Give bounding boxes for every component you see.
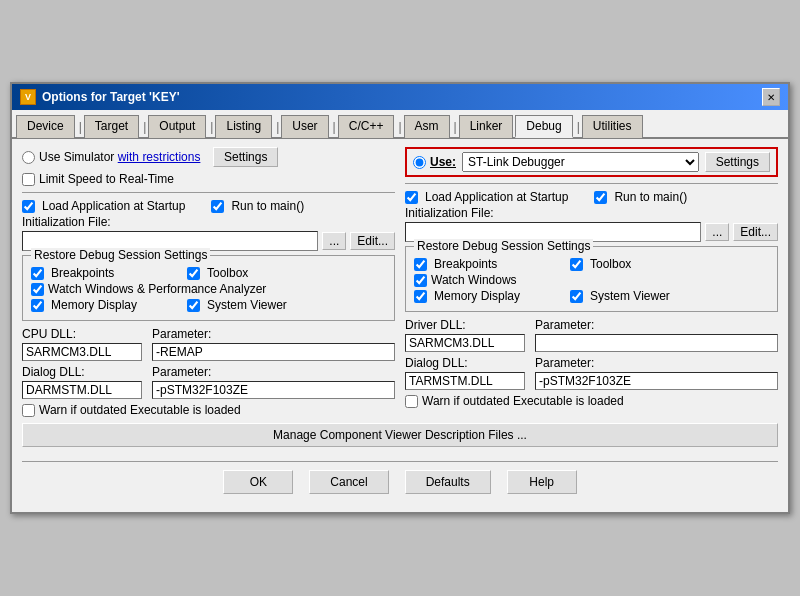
tab-asm[interactable]: Asm	[404, 115, 450, 138]
left-dialog-dll-input[interactable]	[22, 381, 142, 399]
left-system-viewer-checkbox[interactable]	[187, 299, 200, 312]
right-restore-row2: Watch Windows	[414, 273, 769, 287]
with-restrictions-link[interactable]: with restrictions	[118, 150, 201, 164]
left-dll-section: CPU DLL: Parameter: Dialog DLL: Paramete…	[22, 327, 395, 399]
right-driver-dll-input[interactable]	[405, 334, 525, 352]
left-restore-row2: Watch Windows & Performance Analyzer	[31, 282, 386, 296]
tab-utilities[interactable]: Utilities	[582, 115, 643, 138]
right-system-viewer-checkbox[interactable]	[570, 290, 583, 303]
left-load-app-checkbox[interactable]	[22, 200, 35, 213]
right-driver-param-input[interactable]	[535, 334, 778, 352]
left-dialog-param-input[interactable]	[152, 381, 395, 399]
left-load-app-row: Load Application at Startup Run to main(…	[22, 199, 395, 213]
right-watch-checkbox[interactable]	[414, 274, 427, 287]
left-edit-button[interactable]: Edit...	[350, 232, 395, 250]
use-debugger-radio[interactable]	[413, 156, 426, 169]
right-dll-section: Driver DLL: Parameter: Dialog DLL: Param…	[405, 318, 778, 390]
tab-content: Use Simulator with restrictions Settings…	[12, 139, 788, 512]
main-columns: Use Simulator with restrictions Settings…	[22, 147, 778, 419]
tab-debug[interactable]: Debug	[515, 115, 572, 138]
left-cpu-dll-label: CPU DLL:	[22, 327, 142, 341]
right-memory-display-checkbox[interactable]	[414, 290, 427, 303]
right-init-file-section: Initialization File: ... Edit...	[405, 206, 778, 242]
app-icon: V	[20, 89, 36, 105]
right-dialog-param-input[interactable]	[535, 372, 778, 390]
right-warn-row: Warn if outdated Executable is loaded	[405, 394, 778, 408]
left-warn-label: Warn if outdated Executable is loaded	[39, 403, 241, 417]
use-simulator-row: Use Simulator with restrictions Settings	[22, 147, 395, 167]
left-restore-group: Restore Debug Session Settings Breakpoin…	[22, 255, 395, 321]
use-simulator-label: Use Simulator	[39, 150, 114, 164]
left-dot-button[interactable]: ...	[322, 232, 346, 250]
right-restore-group: Restore Debug Session Settings Breakpoin…	[405, 246, 778, 312]
left-restore-row3: Memory Display System Viewer	[31, 298, 386, 312]
right-warn-checkbox[interactable]	[405, 395, 418, 408]
tab-device[interactable]: Device	[16, 115, 75, 138]
left-dialog-dll-label: Dialog DLL:	[22, 365, 142, 379]
right-warn-label: Warn if outdated Executable is loaded	[422, 394, 624, 408]
right-breakpoints-checkbox[interactable]	[414, 258, 427, 271]
main-window: V Options for Target 'KEY' ✕ Device | Ta…	[10, 82, 790, 514]
right-settings-button[interactable]: Settings	[705, 152, 770, 172]
use-label: Use:	[430, 155, 456, 169]
right-toolbox-checkbox[interactable]	[570, 258, 583, 271]
left-column: Use Simulator with restrictions Settings…	[22, 147, 395, 419]
right-dot-button[interactable]: ...	[705, 223, 729, 241]
right-restore-group-title: Restore Debug Session Settings	[414, 239, 593, 253]
left-memory-display-checkbox[interactable]	[31, 299, 44, 312]
right-driver-dll-label: Driver DLL:	[405, 318, 525, 332]
right-init-file-label: Initialization File:	[405, 206, 778, 220]
limit-speed-row: Limit Speed to Real-Time	[22, 172, 395, 186]
limit-speed-checkbox[interactable]	[22, 173, 35, 186]
right-restore-row1: Breakpoints Toolbox	[414, 257, 769, 271]
right-column: Use: ST-Link Debugger Settings Load Appl…	[405, 147, 778, 419]
tab-linker[interactable]: Linker	[459, 115, 514, 138]
title-bar-left: V Options for Target 'KEY'	[20, 89, 180, 105]
left-dialog-param-label: Parameter:	[152, 365, 211, 379]
left-cpu-dll-input[interactable]	[22, 343, 142, 361]
left-watch-perf-checkbox[interactable]	[31, 283, 44, 296]
left-init-file-section: Initialization File: ... Edit...	[22, 215, 395, 251]
right-run-to-main-checkbox[interactable]	[594, 191, 607, 204]
help-button[interactable]: Help	[507, 470, 577, 494]
left-toolbox-checkbox[interactable]	[187, 267, 200, 280]
right-load-app-checkbox[interactable]	[405, 191, 418, 204]
right-driver-param-label: Parameter:	[535, 318, 594, 332]
left-init-file-label: Initialization File:	[22, 215, 395, 229]
right-load-app-row: Load Application at Startup Run to main(…	[405, 190, 778, 204]
use-simulator-radio[interactable]	[22, 151, 35, 164]
tab-bar: Device | Target | Output | Listing | Use…	[12, 110, 788, 139]
left-run-to-main-checkbox[interactable]	[211, 200, 224, 213]
tab-user[interactable]: User	[281, 115, 328, 138]
tab-output[interactable]: Output	[148, 115, 206, 138]
left-settings-button[interactable]: Settings	[213, 147, 278, 167]
tab-target[interactable]: Target	[84, 115, 139, 138]
tab-listing[interactable]: Listing	[215, 115, 272, 138]
window-title: Options for Target 'KEY'	[42, 90, 180, 104]
cancel-button[interactable]: Cancel	[309, 470, 388, 494]
debugger-select[interactable]: ST-Link Debugger	[462, 152, 699, 172]
left-warn-row: Warn if outdated Executable is loaded	[22, 403, 395, 417]
title-bar: V Options for Target 'KEY' ✕	[12, 84, 788, 110]
left-restore-group-title: Restore Debug Session Settings	[31, 248, 210, 262]
ok-button[interactable]: OK	[223, 470, 293, 494]
bottom-buttons: OK Cancel Defaults Help	[22, 461, 778, 504]
right-dialog-dll-input[interactable]	[405, 372, 525, 390]
tab-cpp[interactable]: C/C++	[338, 115, 395, 138]
left-warn-checkbox[interactable]	[22, 404, 35, 417]
close-button[interactable]: ✕	[762, 88, 780, 106]
left-breakpoints-checkbox[interactable]	[31, 267, 44, 280]
right-edit-button[interactable]: Edit...	[733, 223, 778, 241]
right-restore-row3: Memory Display System Viewer	[414, 289, 769, 303]
left-cpu-param-input[interactable]	[152, 343, 395, 361]
left-cpu-param-label: Parameter:	[152, 327, 211, 341]
limit-speed-label: Limit Speed to Real-Time	[39, 172, 174, 186]
manage-component-button[interactable]: Manage Component Viewer Description File…	[22, 423, 778, 447]
use-debugger-row: Use: ST-Link Debugger Settings	[405, 147, 778, 177]
defaults-button[interactable]: Defaults	[405, 470, 491, 494]
left-restore-row1: Breakpoints Toolbox	[31, 266, 386, 280]
right-dialog-dll-label: Dialog DLL:	[405, 356, 525, 370]
right-dialog-param-label: Parameter:	[535, 356, 594, 370]
